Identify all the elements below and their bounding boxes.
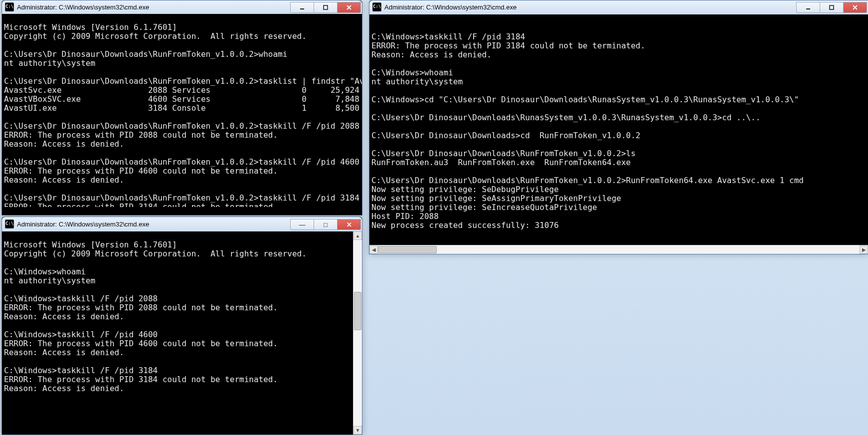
titlebar[interactable]: C:\ Administrator: C:\Windows\system32\c… [369, 0, 868, 14]
cmd-window-2: C:\ Administrator: C:\Windows\system32\c… [1, 217, 362, 435]
close-icon [346, 4, 352, 10]
scroll-track[interactable] [378, 245, 860, 254]
minimize-button[interactable] [290, 2, 314, 13]
window-buttons [796, 2, 867, 12]
window-title: Administrator: C:\Windows\system32\cmd.e… [17, 3, 149, 11]
maximize-icon: □ [324, 221, 328, 228]
scroll-thumb[interactable] [378, 246, 437, 253]
close-icon: ✕ [347, 221, 352, 228]
scroll-down-button[interactable]: ▼ [353, 426, 362, 435]
terminal-output[interactable]: C:\Windows>taskkill /F /pid 3184 ERROR: … [369, 22, 868, 237]
maximize-icon [323, 4, 329, 10]
titlebar[interactable]: C:\ Administrator: C:\Windows\system32\c… [2, 0, 362, 14]
titlebar[interactable]: C:\ Administrator: C:\Windows\system32\c… [2, 217, 362, 231]
cmd-window-3: C:\ Administrator: C:\Windows\system32\c… [369, 0, 868, 254]
maximize-button[interactable] [314, 2, 338, 13]
close-icon [852, 4, 858, 10]
cmd-icon: C:\ [5, 219, 14, 228]
cmd-icon: C:\ [5, 2, 14, 11]
svg-rect-0 [300, 8, 304, 9]
window-buttons [290, 2, 361, 12]
cmd-icon: C:\ [372, 2, 381, 11]
window-title: Administrator: C:\Windows\system32\cmd.e… [17, 220, 149, 228]
vertical-scrollbar[interactable]: ▲ ▼ [353, 231, 362, 435]
minimize-icon [805, 4, 811, 10]
maximize-button[interactable]: □ [314, 219, 338, 230]
scroll-up-button[interactable]: ▲ [353, 231, 362, 240]
maximize-button[interactable] [820, 2, 844, 13]
svg-rect-3 [830, 5, 834, 9]
cmd-window-1: C:\ Administrator: C:\Windows\system32\c… [1, 0, 362, 216]
minimize-icon: — [299, 221, 306, 228]
terminal-output[interactable]: Microsoft Windows [Version 6.1.7601] Cop… [2, 22, 362, 207]
maximize-icon [829, 4, 835, 10]
minimize-icon [299, 4, 305, 10]
minimize-button[interactable]: — [290, 219, 314, 230]
window-buttons: — □ ✕ [290, 219, 361, 229]
close-button[interactable]: ✕ [338, 219, 361, 230]
svg-rect-2 [806, 8, 810, 9]
window-title: Administrator: C:\Windows\system32\cmd.e… [384, 3, 517, 11]
scroll-left-button[interactable]: ◀ [369, 245, 378, 254]
scroll-track[interactable] [353, 240, 362, 426]
svg-rect-1 [324, 5, 328, 9]
close-button[interactable] [338, 2, 361, 13]
close-button[interactable] [844, 2, 867, 13]
scroll-right-button[interactable]: ▶ [860, 245, 868, 254]
terminal-output[interactable]: Microsoft Windows [Version 6.1.7601] Cop… [2, 239, 353, 427]
scroll-thumb[interactable] [354, 292, 361, 330]
horizontal-scrollbar[interactable]: ◀ ▶ [369, 245, 868, 254]
minimize-button[interactable] [796, 2, 820, 13]
